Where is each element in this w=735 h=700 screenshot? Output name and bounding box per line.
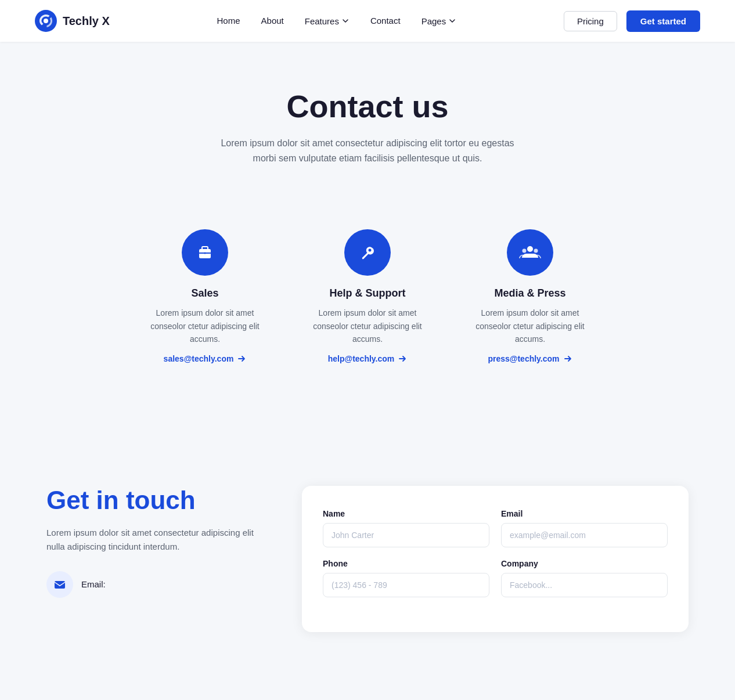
form-group-company: Company bbox=[501, 559, 668, 597]
form-row-name-email: Name Email bbox=[323, 509, 668, 547]
form-group-email: Email bbox=[501, 509, 668, 547]
navbar: Techly X Home About Features Contact Pag… bbox=[0, 0, 735, 42]
help-card-description: Lorem ipsum dolor sit amet conseolor cte… bbox=[304, 306, 431, 345]
arrow-right-help-icon bbox=[398, 354, 407, 363]
svg-point-6 bbox=[527, 246, 533, 252]
form-group-name: Name bbox=[323, 509, 489, 547]
hero-section: Contact us Lorem ipsum dolor sit amet co… bbox=[0, 42, 735, 200]
pricing-button[interactable]: Pricing bbox=[564, 11, 617, 31]
nav-features[interactable]: Features bbox=[305, 16, 350, 26]
touch-left-panel: Get in touch Lorem ipsum dolor sit amet … bbox=[46, 486, 267, 598]
nav-home[interactable]: Home bbox=[217, 16, 240, 26]
nav-links: Home About Features Contact Pages bbox=[217, 16, 457, 26]
nav-contact[interactable]: Contact bbox=[370, 16, 401, 26]
name-input[interactable] bbox=[323, 523, 489, 547]
nav-pages[interactable]: Pages bbox=[421, 16, 457, 26]
brand-logo[interactable]: Techly X bbox=[35, 10, 110, 32]
help-card-email[interactable]: help@techly.com bbox=[328, 354, 408, 363]
chevron-down-pages-icon bbox=[448, 17, 456, 25]
people-icon bbox=[518, 241, 542, 264]
svg-point-4 bbox=[204, 252, 206, 254]
get-started-button[interactable]: Get started bbox=[626, 10, 700, 32]
help-card-title: Help & Support bbox=[304, 287, 431, 300]
arrow-right-media-icon bbox=[563, 354, 572, 363]
email-icon bbox=[53, 578, 66, 591]
svg-point-1 bbox=[44, 19, 48, 23]
sales-card-title: Sales bbox=[141, 287, 269, 300]
contact-card-sales: Sales Lorem ipsum dolor sit amet conseol… bbox=[141, 229, 269, 364]
contact-cards-section: Sales Lorem ipsum dolor sit amet conseol… bbox=[0, 200, 735, 393]
section-spacer bbox=[0, 393, 735, 463]
email-label: Email bbox=[501, 509, 668, 518]
form-group-phone: Phone bbox=[323, 559, 489, 597]
email-icon-circle bbox=[46, 571, 73, 598]
help-icon-circle bbox=[344, 229, 391, 276]
touch-email-label: Email: bbox=[81, 579, 106, 589]
company-input[interactable] bbox=[501, 573, 668, 597]
hero-title: Contact us bbox=[12, 88, 723, 124]
nav-right: Pricing Get started bbox=[564, 10, 700, 32]
svg-point-7 bbox=[523, 249, 527, 253]
brand-name: Techly X bbox=[63, 15, 110, 28]
wrench-icon bbox=[356, 241, 379, 264]
get-in-touch-section: Get in touch Lorem ipsum dolor sit amet … bbox=[0, 463, 735, 667]
arrow-right-icon bbox=[237, 354, 246, 363]
phone-input[interactable] bbox=[323, 573, 489, 597]
contact-card-help: Help & Support Lorem ipsum dolor sit ame… bbox=[304, 229, 431, 364]
svg-rect-9 bbox=[55, 581, 65, 589]
email-input[interactable] bbox=[501, 523, 668, 547]
sales-icon-circle bbox=[182, 229, 228, 276]
company-label: Company bbox=[501, 559, 668, 568]
media-card-description: Lorem ipsum dolor sit amet conseolor cte… bbox=[466, 306, 594, 345]
phone-label: Phone bbox=[323, 559, 489, 568]
svg-point-8 bbox=[534, 249, 538, 253]
touch-heading: Get in touch bbox=[46, 486, 267, 515]
touch-description: Lorem ipsum dolor sit amet consectetur a… bbox=[46, 526, 267, 554]
contact-card-media: Media & Press Lorem ipsum dolor sit amet… bbox=[466, 229, 594, 364]
media-card-email[interactable]: press@techly.com bbox=[488, 354, 572, 363]
svg-point-5 bbox=[369, 249, 372, 252]
media-card-title: Media & Press bbox=[466, 287, 594, 300]
media-icon-circle bbox=[507, 229, 553, 276]
sales-card-email[interactable]: sales@techly.com bbox=[164, 354, 247, 363]
contact-form-card: Name Email Phone Company bbox=[302, 486, 689, 632]
name-label: Name bbox=[323, 509, 489, 518]
form-row-phone-company: Phone Company bbox=[323, 559, 668, 597]
touch-email-row: Email: bbox=[46, 571, 267, 598]
nav-about[interactable]: About bbox=[261, 16, 284, 26]
hero-description: Lorem ipsum dolor sit amet consectetur a… bbox=[217, 136, 518, 165]
sales-card-description: Lorem ipsum dolor sit amet conseolor cte… bbox=[141, 306, 269, 345]
briefcase-icon bbox=[193, 241, 217, 264]
chevron-down-icon bbox=[341, 17, 350, 25]
brand-icon bbox=[35, 10, 57, 32]
